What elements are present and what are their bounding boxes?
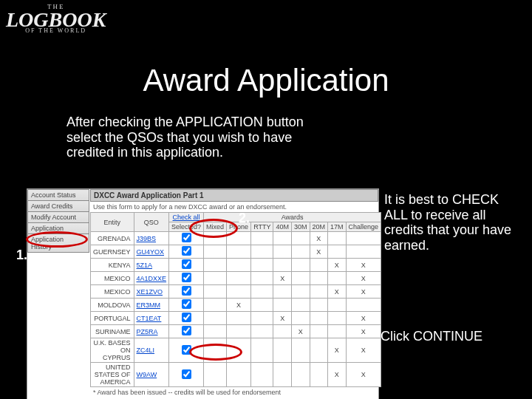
- cell-mark: [328, 232, 347, 245]
- th-30m: 30M: [291, 222, 310, 232]
- cell-mark: [346, 245, 381, 259]
- cell-qso: CT1EAT: [134, 312, 169, 325]
- cell-mark: [328, 325, 347, 338]
- qso-link[interactable]: 4A1DXXE: [137, 275, 167, 282]
- cell-qso: ZC4LI: [134, 338, 169, 363]
- select-checkbox[interactable]: [182, 286, 191, 296]
- check-all-link[interactable]: Check all: [173, 214, 200, 221]
- cell-qso: W9AW: [134, 363, 169, 387]
- select-checkbox[interactable]: [182, 369, 191, 379]
- qso-link[interactable]: ZC4LI: [137, 347, 155, 354]
- th-40m: 40M: [273, 222, 292, 232]
- select-checkbox[interactable]: [182, 326, 191, 335]
- cell-selected: [169, 299, 204, 312]
- cell-mark: [328, 272, 347, 285]
- qso-table: Entity QSO Check all Awards Selected? Mi…: [90, 212, 381, 387]
- highlight-ellipse-1: [26, 231, 88, 248]
- cell-mark: [251, 299, 273, 312]
- sidebar-item-0[interactable]: Account Status: [27, 189, 89, 201]
- cell-mark: [310, 285, 328, 299]
- cell-mark: [204, 312, 227, 325]
- cell-mark: [346, 299, 381, 312]
- cell-selected: [169, 285, 204, 299]
- cell-mark: X: [328, 338, 347, 363]
- cell-mark: X: [273, 312, 292, 325]
- table-row: SURINAMEPZ5RAXX: [91, 325, 381, 338]
- cell-mark: X: [346, 338, 381, 363]
- cell-mark: [204, 325, 227, 338]
- select-checkbox[interactable]: [182, 273, 191, 282]
- cell-qso: XE1ZVO: [134, 285, 169, 299]
- select-checkbox[interactable]: [182, 313, 191, 322]
- page-title: Award Application: [0, 63, 532, 98]
- panel-desc: Use this form to apply for a new DXCC aw…: [90, 202, 378, 212]
- cell-mark: [310, 325, 328, 338]
- cell-mark: [204, 299, 227, 312]
- qso-link[interactable]: XE1ZVO: [137, 288, 163, 296]
- cell-qso: 4A1DXXE: [134, 272, 169, 285]
- cell-qso: ER3MM: [134, 299, 169, 312]
- cell-mark: [227, 285, 251, 299]
- cell-qso: J39BS: [134, 232, 169, 245]
- table-row: KENYA5Z1AXX: [91, 259, 381, 272]
- table-row: GUERNSEYGU4YOXX: [91, 245, 381, 259]
- select-checkbox[interactable]: [182, 233, 191, 242]
- cell-mark: X: [346, 285, 381, 299]
- th-entity: Entity: [91, 213, 134, 232]
- cell-mark: [204, 272, 227, 285]
- footnote: * Award has been issued -- credits will …: [90, 387, 378, 398]
- cell-mark: [227, 363, 251, 387]
- cell-entity: KENYA: [91, 259, 134, 272]
- cell-mark: [251, 259, 273, 272]
- cell-selected: [169, 245, 204, 259]
- cell-mark: [310, 259, 328, 272]
- cell-mark: X: [310, 232, 328, 245]
- cell-mark: X: [273, 272, 292, 285]
- cell-mark: [227, 259, 251, 272]
- cell-mark: [273, 325, 292, 338]
- cell-mark: [291, 285, 310, 299]
- sidebar-item-2[interactable]: Modify Account: [27, 211, 89, 223]
- select-checkbox[interactable]: [182, 246, 191, 256]
- cell-mark: [291, 363, 310, 387]
- sidebar-item-1[interactable]: Award Credits: [27, 200, 89, 212]
- cell-mark: [273, 338, 292, 363]
- cell-mark: [227, 312, 251, 325]
- cell-qso: PZ5RA: [134, 325, 169, 338]
- select-checkbox[interactable]: [182, 259, 191, 269]
- th-17m: 17M: [328, 222, 347, 232]
- cell-mark: [204, 259, 227, 272]
- cell-mark: [328, 245, 347, 259]
- table-row: MEXICO4A1DXXEXX: [91, 272, 381, 285]
- qso-link[interactable]: CT1EAT: [137, 315, 162, 322]
- logo-main: LOGBOOK: [6, 10, 106, 29]
- cell-entity: MEXICO: [91, 285, 134, 299]
- qso-link[interactable]: J39BS: [137, 235, 157, 242]
- cell-mark: [251, 363, 273, 387]
- th-qso: QSO: [134, 213, 169, 232]
- th-20m: 20M: [310, 222, 328, 232]
- cell-mark: [227, 272, 251, 285]
- cell-mark: [251, 325, 273, 338]
- callout-1: 1.: [16, 248, 27, 263]
- intro-text: After checking the APPLICATION button se…: [66, 115, 329, 160]
- select-checkbox[interactable]: [182, 299, 191, 309]
- qso-link[interactable]: 5Z1A: [137, 262, 153, 269]
- qso-link[interactable]: ER3MM: [137, 301, 161, 309]
- cell-mark: [291, 272, 310, 285]
- cell-mark: [251, 232, 273, 245]
- panel-heading: DXCC Award Application Part 1: [90, 189, 378, 202]
- cell-mark: [251, 312, 273, 325]
- cell-qso: 5Z1A: [134, 259, 169, 272]
- cell-entity: SURINAME: [91, 325, 134, 338]
- qso-link[interactable]: W9AW: [137, 371, 157, 378]
- cell-mark: [291, 299, 310, 312]
- qso-link[interactable]: PZ5RA: [137, 328, 158, 335]
- cell-mark: [251, 338, 273, 363]
- qso-link[interactable]: GU4YOX: [137, 248, 165, 256]
- cell-mark: [204, 363, 227, 387]
- cell-mark: [310, 338, 328, 363]
- callout-3: 3.: [240, 336, 251, 352]
- cell-mark: [291, 312, 310, 325]
- cell-mark: X: [346, 325, 381, 338]
